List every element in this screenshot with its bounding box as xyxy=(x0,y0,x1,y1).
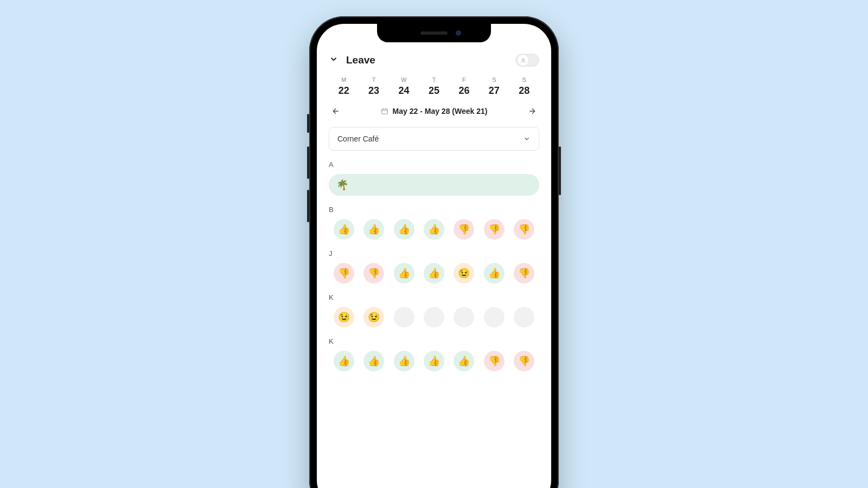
phone-side-button-right xyxy=(559,146,561,195)
status-cell-maybe[interactable]: 😉 xyxy=(334,307,354,328)
status-cell-maybe[interactable]: 😉 xyxy=(363,307,384,328)
weekday-label: F xyxy=(449,76,479,83)
status-cell-down[interactable]: 👎 xyxy=(484,219,505,240)
top-bar: Leave xyxy=(329,54,539,67)
weekday-label: S xyxy=(509,76,539,83)
svg-point-0 xyxy=(522,58,524,60)
employee-initial: A xyxy=(329,160,539,169)
weekday-label: W xyxy=(389,76,419,83)
phone-side-buttons-left xyxy=(307,114,309,244)
palm-tree-icon: 🌴 xyxy=(336,179,348,191)
week-navigation: May 22 - May 28 (Week 21) xyxy=(329,104,539,118)
weekday-column[interactable]: S28 xyxy=(509,76,539,97)
status-row: 😉😉 xyxy=(329,307,539,328)
status-cell-up[interactable]: 👍 xyxy=(394,263,414,284)
employee-row: B👍👍👍👍👎👎👎 xyxy=(329,206,539,240)
weekday-label: M xyxy=(329,76,359,83)
status-cell-down[interactable]: 👎 xyxy=(454,219,474,240)
status-cell-up[interactable]: 👍 xyxy=(424,351,444,371)
employee-initial: K xyxy=(329,293,539,301)
weekday-header-row: M22T23W24T25F26S27S28 xyxy=(329,76,539,97)
phone-notch xyxy=(377,24,491,42)
phone-frame: Leave M22T23W24T25F26S27S28 M xyxy=(309,16,559,488)
status-cell-up[interactable]: 👍 xyxy=(394,219,414,240)
weekday-column[interactable]: M22 xyxy=(329,76,359,97)
employee-list: A🌴B👍👍👍👍👎👎👎J👎👎👍👍😉👍👎K😉😉K👍👍👍👍👍👎👎 xyxy=(329,160,539,371)
status-cell-down[interactable]: 👎 xyxy=(514,219,534,240)
status-cell-empty[interactable] xyxy=(394,307,414,328)
location-selected-label: Corner Café xyxy=(337,134,379,143)
calendar-icon xyxy=(381,107,388,115)
weekday-label: T xyxy=(419,76,449,83)
leave-bar[interactable]: 🌴 xyxy=(329,174,539,196)
employee-row: J👎👎👍👍😉👍👎 xyxy=(329,249,539,284)
weekday-column[interactable]: T25 xyxy=(419,76,449,97)
weekday-number: 28 xyxy=(509,85,539,97)
section-expand-toggle[interactable] xyxy=(329,54,339,66)
next-week-button[interactable] xyxy=(525,104,539,118)
weekday-number: 22 xyxy=(329,85,359,97)
status-cell-down[interactable]: 👎 xyxy=(484,351,505,371)
week-range-text: May 22 - May 28 (Week 21) xyxy=(393,107,488,115)
user-icon xyxy=(520,57,526,63)
employee-row: K👍👍👍👍👍👎👎 xyxy=(329,337,539,371)
employee-initial: K xyxy=(329,337,539,345)
weekday-column[interactable]: S27 xyxy=(479,76,509,97)
page-title: Leave xyxy=(346,54,375,66)
weekday-number: 23 xyxy=(359,85,388,97)
weekday-number: 24 xyxy=(389,85,419,97)
prev-week-button[interactable] xyxy=(329,104,343,118)
status-row: 👍👍👍👍👍👎👎 xyxy=(329,351,539,371)
status-cell-down[interactable]: 👎 xyxy=(514,351,534,371)
status-cell-up[interactable]: 👍 xyxy=(363,351,384,371)
status-cell-up[interactable]: 👍 xyxy=(424,219,444,240)
location-dropdown[interactable]: Corner Café xyxy=(329,127,539,151)
status-cell-empty[interactable] xyxy=(514,307,534,328)
weekday-label: T xyxy=(359,76,388,83)
status-cell-up[interactable]: 👍 xyxy=(484,263,505,284)
chevron-down-icon xyxy=(523,135,531,143)
status-cell-up[interactable]: 👍 xyxy=(424,263,444,284)
employee-row: K😉😉 xyxy=(329,293,539,328)
weekday-column[interactable]: T23 xyxy=(359,76,388,97)
status-row: 👎👎👍👍😉👍👎 xyxy=(329,263,539,284)
status-cell-empty[interactable] xyxy=(424,307,444,328)
status-cell-up[interactable]: 👍 xyxy=(454,351,474,371)
user-filter-toggle[interactable] xyxy=(515,54,539,67)
weekday-number: 26 xyxy=(449,85,479,97)
weekday-number: 25 xyxy=(419,85,449,97)
employee-row: A🌴 xyxy=(329,160,539,196)
status-row: 👍👍👍👍👎👎👎 xyxy=(329,219,539,240)
status-cell-down[interactable]: 👎 xyxy=(363,263,384,284)
status-cell-up[interactable]: 👍 xyxy=(334,219,354,240)
week-range-label[interactable]: May 22 - May 28 (Week 21) xyxy=(381,107,488,115)
employee-initial: J xyxy=(329,249,539,258)
status-cell-up[interactable]: 👍 xyxy=(363,219,384,240)
status-cell-down[interactable]: 👎 xyxy=(514,263,534,284)
weekday-column[interactable]: W24 xyxy=(389,76,419,97)
status-cell-up[interactable]: 👍 xyxy=(334,351,354,371)
status-cell-empty[interactable] xyxy=(484,307,505,328)
chevron-down-icon xyxy=(329,54,339,64)
arrow-left-icon xyxy=(331,107,340,115)
weekday-number: 27 xyxy=(479,85,509,97)
employee-initial: B xyxy=(329,206,539,214)
svg-rect-2 xyxy=(381,109,387,114)
status-cell-empty[interactable] xyxy=(454,307,474,328)
status-cell-up[interactable]: 👍 xyxy=(394,351,414,371)
status-cell-down[interactable]: 👎 xyxy=(334,263,354,284)
weekday-label: S xyxy=(479,76,509,83)
arrow-right-icon xyxy=(528,107,537,115)
weekday-column[interactable]: F26 xyxy=(449,76,479,97)
phone-screen: Leave M22T23W24T25F26S27S28 M xyxy=(317,24,551,488)
status-cell-maybe[interactable]: 😉 xyxy=(454,263,474,284)
